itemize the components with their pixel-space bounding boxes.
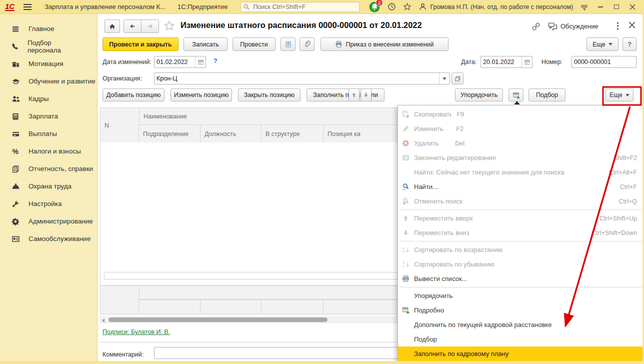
menu-item[interactable]: АЯ Сортировать по возрастанию bbox=[398, 242, 643, 257]
discussion-icon[interactable] bbox=[548, 22, 558, 32]
close-window-button[interactable] bbox=[628, 2, 637, 12]
sidebar-item[interactable]: Выплаты bbox=[0, 125, 97, 142]
back-button[interactable] bbox=[124, 20, 142, 33]
column-header-n[interactable]: N bbox=[100, 108, 140, 143]
menu-item[interactable]: Упорядочить bbox=[398, 288, 643, 303]
more-menu: Скопировать F9 Изменить F2 Удалить Del З… bbox=[398, 105, 644, 364]
menu-item[interactable]: Изменить F2 bbox=[398, 122, 470, 136]
order-button[interactable]: Упорядочить bbox=[455, 88, 503, 102]
scrollbar-thumb[interactable] bbox=[108, 318, 328, 322]
organization-input[interactable] bbox=[154, 75, 439, 82]
home-button[interactable] bbox=[104, 20, 120, 33]
menu-item[interactable]: Вывести список... bbox=[398, 272, 643, 286]
dropdown-icon[interactable] bbox=[439, 73, 450, 84]
detail-toggle-button[interactable] bbox=[508, 88, 524, 102]
pick-button[interactable]: Подбор bbox=[528, 88, 566, 102]
post-button[interactable]: Провести bbox=[232, 38, 276, 51]
number-input[interactable] bbox=[572, 58, 636, 66]
paperclip-icon bbox=[304, 40, 311, 48]
sidebar-item[interactable]: Самообслуживание bbox=[0, 230, 97, 248]
change-date-input[interactable] bbox=[154, 58, 195, 66]
find-icon bbox=[402, 183, 414, 190]
menu-item[interactable]: Подбор bbox=[398, 332, 643, 346]
field-help-icon[interactable]: ? bbox=[214, 58, 218, 64]
user-button[interactable] bbox=[418, 2, 427, 11]
calendar-icon[interactable] bbox=[522, 56, 532, 68]
date-input[interactable] bbox=[481, 58, 522, 66]
search-input[interactable] bbox=[240, 2, 360, 12]
menu-item[interactable]: Закончить редактирование Shift+F2 bbox=[398, 150, 643, 165]
sidebar-item[interactable]: Администрирование bbox=[0, 212, 97, 230]
sub-column-header[interactable]: Подразделение bbox=[138, 124, 200, 143]
sidebar-item[interactable]: Обучение и развитие bbox=[0, 72, 97, 90]
forward-button[interactable] bbox=[141, 20, 159, 33]
command-button[interactable]: Изменить позицию bbox=[170, 88, 232, 102]
menu-item[interactable]: Найти: Сейчас нет текущего значения для … bbox=[398, 165, 643, 180]
sidebar-item[interactable]: Охрана труда bbox=[0, 178, 97, 195]
related-documents-button[interactable] bbox=[280, 38, 296, 51]
service-menu-icon[interactable] bbox=[580, 3, 589, 11]
menu-item[interactable]: Подробно bbox=[398, 303, 643, 318]
minimize-button[interactable] bbox=[596, 2, 605, 12]
footer-cell bbox=[200, 300, 262, 314]
sidebar-item[interactable]: Подбор персонала bbox=[0, 38, 72, 55]
open-organization-button[interactable] bbox=[452, 72, 464, 84]
calendar-icon[interactable] bbox=[195, 56, 206, 68]
menu-item[interactable]: Дополнить по текущей кадровой расстановк… bbox=[398, 318, 643, 332]
change-order-print-button[interactable]: Приказ о внесении изменений bbox=[320, 38, 448, 51]
favorite-star-icon[interactable] bbox=[164, 20, 175, 34]
sidebar-item[interactable]: Мотивация bbox=[0, 55, 74, 72]
command-button[interactable]: Добавить позицию bbox=[102, 88, 164, 102]
move-down-button[interactable] bbox=[360, 88, 372, 102]
detail-icon bbox=[402, 306, 414, 314]
menu-item[interactable]: Переместить вниз Ctrl+Shift+Down bbox=[398, 226, 643, 240]
menu-item[interactable]: Отменить поиск Ctrl+Q bbox=[398, 194, 643, 208]
close-document-icon[interactable] bbox=[628, 22, 636, 30]
date-field[interactable] bbox=[480, 56, 532, 68]
command-button[interactable]: Закрыть позицию bbox=[238, 88, 300, 102]
number-field[interactable] bbox=[572, 56, 636, 68]
menu-item[interactable]: Заполнить по кадровому плану bbox=[398, 346, 643, 361]
sidebar-item[interactable]: Главное bbox=[0, 20, 73, 38]
move-up-button[interactable] bbox=[348, 88, 360, 102]
menu-item[interactable]: ЯА Сортировать по убыванию bbox=[398, 257, 643, 272]
favorites-button[interactable] bbox=[403, 2, 412, 11]
form-more-button[interactable]: Еще bbox=[586, 38, 618, 51]
main-menu-icon[interactable] bbox=[24, 2, 32, 12]
reports-icon bbox=[11, 164, 20, 174]
menu-item[interactable]: Переместить вверх Ctrl+Shift+Up bbox=[398, 211, 643, 226]
menu-item[interactable]: Найти... Ctrl+F bbox=[398, 180, 643, 194]
notification-badge: 2 bbox=[376, 0, 383, 6]
sub-column-header[interactable]: Должность bbox=[200, 124, 262, 143]
arrow-right-icon bbox=[146, 23, 154, 30]
sidebar-item[interactable]: Настройка bbox=[0, 195, 97, 212]
organization-field[interactable] bbox=[154, 72, 450, 84]
signatures-link[interactable]: Подписи: Булатов И. В. bbox=[102, 328, 170, 336]
save-button[interactable]: Записать bbox=[184, 38, 228, 51]
command-button[interactable]: Заполнить показатели bbox=[306, 88, 384, 102]
help-button[interactable]: ? bbox=[622, 38, 636, 51]
scroll-left-icon[interactable] bbox=[102, 318, 104, 322]
global-search[interactable] bbox=[240, 2, 360, 12]
post-and-close-button[interactable]: Провести и закрыть bbox=[102, 38, 178, 51]
cancel-find-icon bbox=[402, 198, 414, 205]
maximize-button[interactable] bbox=[612, 2, 621, 12]
notifications-button[interactable]: 2 bbox=[368, 1, 380, 13]
sub-column-header[interactable]: В структуре bbox=[261, 124, 324, 143]
sidebar-item[interactable]: Отчетность, справки bbox=[0, 160, 97, 178]
table-more-button[interactable]: Еще bbox=[606, 88, 634, 102]
move-down-icon bbox=[402, 229, 414, 236]
discussion-label[interactable]: Обсуждение bbox=[560, 22, 598, 30]
attachments-button[interactable] bbox=[300, 38, 314, 51]
menu-item[interactable]: Удалить Del bbox=[398, 136, 470, 150]
sidebar-item[interactable]: Кадры bbox=[0, 90, 97, 108]
more-dots-icon[interactable] bbox=[616, 22, 619, 32]
search-icon bbox=[243, 4, 250, 12]
change-date-field[interactable] bbox=[154, 56, 206, 68]
history-button[interactable] bbox=[388, 2, 396, 11]
menu-item[interactable]: Скопировать F9 bbox=[398, 107, 470, 122]
sidebar-item[interactable]: % Налоги и взносы bbox=[0, 142, 97, 160]
get-link-icon[interactable] bbox=[532, 22, 540, 33]
sidebar-item[interactable]: Зарплата bbox=[0, 108, 97, 125]
people-icon bbox=[11, 94, 20, 104]
